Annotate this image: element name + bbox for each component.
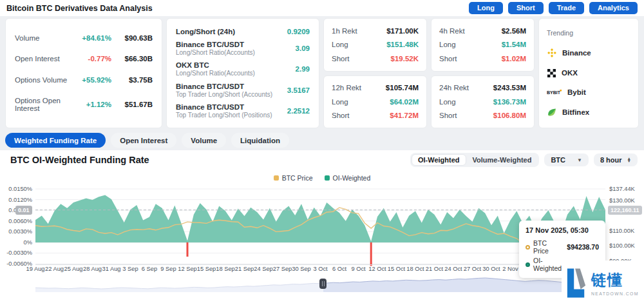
trade-button[interactable]: Trade — [549, 2, 584, 14]
legend-item-btc-price[interactable]: BTC Price — [274, 174, 313, 182]
rekt-grid: 1h Rekt$171.00KLong$151.48KShort$19.52K4… — [323, 18, 535, 128]
left-axis-tick: 0.0150% — [1, 186, 32, 192]
rekt-label: Long — [332, 41, 386, 48]
chart-legend: BTC PriceOI-Weighted — [0, 174, 644, 182]
stat-value: $90.63B — [111, 34, 153, 42]
stat-row: Volume+84.61%$90.63B — [15, 34, 153, 42]
ls-labels: Binance BTC/USDTLong/Short Ratio(Account… — [176, 41, 296, 56]
tab-liquidation[interactable]: Liquidation — [231, 133, 289, 148]
navigator-unselected-mask — [35, 276, 323, 292]
rekt-value: $1.54M — [502, 41, 526, 48]
market-stats-card: Volume+84.61%$90.63BOpen Interest-0.77%$… — [5, 18, 162, 128]
coin-select[interactable]: BTC ▼ — [544, 153, 589, 166]
rekt-value: $151.48K — [386, 41, 419, 48]
stat-label: Open Interest — [15, 55, 71, 63]
rekt-value: $106.80M — [493, 112, 526, 119]
left-axis-tick: -0.0030% — [1, 250, 32, 256]
long-button[interactable]: Long — [469, 2, 503, 14]
binance-icon — [547, 48, 557, 58]
tab-weighted-funding-rate[interactable]: Weighted Funding Rate — [5, 133, 106, 148]
rekt-label: Long — [332, 98, 390, 106]
rekt-value: $41.72M — [390, 112, 419, 119]
stat-row: Open Interest-0.77%$66.30B — [15, 55, 153, 63]
rekt-label: 12h Rekt — [332, 84, 386, 92]
rekt-label: Long — [439, 41, 502, 48]
tab-volume[interactable]: Volume — [182, 133, 226, 148]
trending-item-bitfinex[interactable]: Bitfinex — [547, 107, 630, 117]
trending-item-binance[interactable]: Binance — [547, 48, 630, 58]
rekt-label: Short — [439, 55, 502, 63]
rekt-value: $171.00K — [386, 27, 419, 35]
stat-row: Options Volume+55.92%$3.75B — [15, 76, 153, 84]
ls-labels: Long/Short (24h) — [176, 28, 287, 35]
rekt-label: Long — [439, 98, 493, 106]
trending-item-okx[interactable]: OKX — [547, 68, 630, 78]
right-axis-tick: $137.44K — [609, 186, 635, 192]
ls-label: OKX BTC — [176, 61, 296, 69]
rekt-row: Short$1.02M — [439, 55, 526, 63]
rekt-value: $2.56M — [502, 27, 526, 35]
rekt-row: Short$106.80M — [439, 112, 526, 119]
updown-stepper-icon: ▲▼ — [627, 157, 631, 162]
header-actions: LongShortTradeAnalytics — [469, 2, 638, 14]
ls-value: 3.5167 — [287, 86, 310, 94]
rekt-row: 12h Rekt$105.74M — [332, 84, 419, 92]
tooltip-value: $94238.70 — [567, 243, 599, 251]
left-axis-tick: 0.0060% — [1, 218, 32, 224]
legend-item-oi-weighted[interactable]: OI-Weighted — [325, 174, 371, 182]
toggle-volume-weighted[interactable]: Volume-Weighted — [466, 154, 538, 166]
rekt-row: 24h Rekt$243.53M — [439, 84, 526, 92]
rekt-label: 24h Rekt — [439, 84, 493, 92]
trending-item-bybit[interactable]: BYBITBybit — [547, 88, 630, 96]
tooltip-date: 17 Nov 2025, 05:30 — [526, 226, 599, 234]
bitfinex-icon — [547, 107, 557, 117]
left-axis-tick: 0.0030% — [1, 228, 32, 235]
rekt-value: $19.52K — [391, 55, 419, 63]
rekt-row: 4h Rekt$2.56M — [439, 27, 526, 35]
rekt-value: $136.73M — [493, 98, 526, 106]
ls-label: Long/Short (24h) — [176, 28, 287, 35]
ls-value: 2.99 — [296, 65, 310, 73]
crosshair-right-badge: 122,160.11 — [608, 206, 642, 215]
trending-item-label: OKX — [562, 69, 578, 77]
series-dot-icon — [526, 245, 530, 250]
watermark-cn-text: 链懂 — [591, 270, 639, 290]
long-short-row: Binance BTC/USDTTop Trader Long/Short (P… — [176, 103, 310, 119]
chevron-down-icon: ▼ — [577, 157, 582, 163]
ls-labels: Binance BTC/USDTTop Trader Long/Short (P… — [176, 103, 287, 119]
toggle-oi-weighted[interactable]: OI-Weighted — [412, 154, 466, 166]
long-short-row: Binance BTC/USDTTop Trader Long/Short (A… — [176, 83, 310, 98]
long-short-row: OKX BTCLong/Short Ratio(Accounts)2.99 — [176, 61, 310, 77]
ls-sublabel: Long/Short Ratio(Accounts) — [176, 49, 296, 56]
stat-label: Options Open Interest — [15, 97, 71, 112]
ls-value: 0.9209 — [287, 28, 310, 35]
ls-label: Binance BTC/USDT — [176, 83, 287, 90]
long-short-row: Binance BTC/USDTLong/Short Ratio(Account… — [176, 41, 310, 56]
chart-tabs: Weighted Funding RateOpen InterestVolume… — [5, 133, 289, 148]
okx-icon — [547, 68, 556, 78]
rekt-value: $64.02M — [390, 98, 419, 106]
ls-value: 3.09 — [296, 44, 310, 52]
chart-title: BTC OI-Weighted Funding Rate — [10, 155, 149, 165]
left-axis-tick: 0.0120% — [1, 197, 32, 203]
analytics-button[interactable]: Analytics — [589, 2, 638, 14]
crosshair-left-badge: 0.01 — [15, 206, 32, 215]
weighting-toggle: OI-WeightedVolume-Weighted — [410, 153, 539, 167]
top-header: Bitcoin BTC Derivatives Data Analysis Lo… — [0, 0, 644, 16]
trending-item-label: Bybit — [567, 88, 586, 96]
ls-sublabel: Long/Short Ratio(Accounts) — [176, 70, 296, 77]
page-title: Bitcoin BTC Derivatives Data Analysis — [6, 4, 153, 13]
long-short-card: Long/Short (24h)0.9209Binance BTC/USDTLo… — [166, 18, 319, 128]
rekt-label: Short — [332, 55, 391, 63]
svg-text:BYBIT: BYBIT — [547, 90, 561, 95]
short-button[interactable]: Short — [508, 2, 544, 14]
rekt-card: 1h Rekt$171.00KLong$151.48KShort$19.52K — [323, 18, 427, 72]
tab-open-interest[interactable]: Open Interest — [111, 133, 176, 148]
rekt-row: Long$1.54M — [439, 41, 526, 48]
neatdown-logo-icon — [566, 267, 587, 299]
navigator-handle-icon[interactable] — [319, 279, 327, 289]
tooltip-row: BTC Price$94238.70 — [526, 239, 599, 255]
stat-change: +55.92% — [71, 76, 111, 84]
trending-item-label: Bitfinex — [562, 108, 589, 116]
interval-select[interactable]: 8 hour ▲▼ — [594, 153, 638, 166]
